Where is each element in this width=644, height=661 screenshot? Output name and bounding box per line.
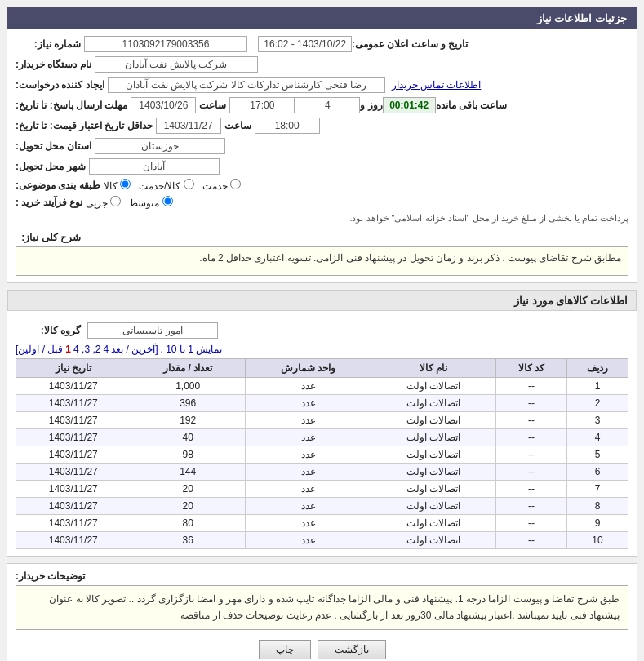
table-row: 6 -- اتصالات اولت عدد 144 1403/11/27 xyxy=(16,464,628,481)
creator-label: ایجاد کننده درخواست: xyxy=(16,79,104,91)
purchase-option-motavas[interactable]: متوسط xyxy=(129,196,172,209)
cell-row: 10 xyxy=(567,532,628,549)
cell-code: -- xyxy=(495,429,566,446)
datetime-value: 1403/10/22 - 16:02 xyxy=(258,36,352,52)
validity-time-value: 18:00 xyxy=(255,118,320,134)
cell-row: 1 xyxy=(567,378,628,395)
cell-date: 1403/11/27 xyxy=(16,464,131,481)
table-row: 1 -- اتصالات اولت عدد 1,000 1403/11/27 xyxy=(16,378,628,395)
purchase-option-jozi[interactable]: جزیی xyxy=(86,196,121,209)
buyer-notes-label: توضیحات خریدار: xyxy=(16,570,85,582)
cell-name: اتصالات اولت xyxy=(371,481,496,498)
print-button[interactable]: چاپ xyxy=(259,640,311,659)
group-label: گروه کالا: xyxy=(16,325,81,336)
cell-name: اتصالات اولت xyxy=(371,515,496,532)
cell-date: 1403/11/27 xyxy=(16,481,131,498)
cell-row: 7 xyxy=(567,481,628,498)
cell-code: -- xyxy=(495,378,566,395)
pagination-first[interactable]: قبل / اولین] xyxy=(16,344,63,355)
cell-unit: عدد xyxy=(245,395,371,412)
purchase-type-label: نوع فرآیند خرید : xyxy=(16,197,82,208)
cell-code: -- xyxy=(495,412,566,429)
panel-title: جزئیات اطلاعات نیاز xyxy=(7,7,637,29)
cell-row: 2 xyxy=(567,395,628,412)
validity-label: حداقل تاریخ اعتبار قیمت: تا تاریخ: xyxy=(16,120,153,131)
pagination-4[interactable]: 4 xyxy=(103,344,109,355)
category-option-kala-khadamat[interactable]: کالا/خدمت xyxy=(139,179,194,192)
cell-unit: عدد xyxy=(245,532,371,549)
cell-code: -- xyxy=(495,515,566,532)
cell-qty: 192 xyxy=(131,412,245,429)
category-label: طبقه بندی موضوعی: xyxy=(16,180,100,191)
pagination-234[interactable]: 2, 3, 4 xyxy=(73,344,100,355)
city-value: آبادان xyxy=(89,158,220,175)
cell-row: 5 xyxy=(567,446,628,464)
cell-name: اتصالات اولت xyxy=(371,378,496,395)
cell-row: 6 xyxy=(567,464,628,481)
cell-qty: 1,000 xyxy=(131,378,245,395)
cell-name: اتصالات اولت xyxy=(371,498,496,515)
table-row: 3 -- اتصالات اولت عدد 192 1403/11/27 xyxy=(16,412,628,429)
col-row: ردیف xyxy=(567,359,628,378)
goods-section-title: اطلاعات کالاهای مورد نیاز xyxy=(7,291,637,311)
purchase-type-radio-group: متوسط جزیی xyxy=(86,196,173,209)
province-value: خوزستان xyxy=(95,138,225,154)
table-row: 8 -- اتصالات اولت عدد 20 1403/11/27 xyxy=(16,498,628,515)
table-row: 5 -- اتصالات اولت عدد 98 1403/11/27 xyxy=(16,446,628,464)
cell-code: -- xyxy=(495,446,566,464)
cell-row: 9 xyxy=(567,515,628,532)
category-option-kala[interactable]: کالا xyxy=(104,179,131,192)
cell-date: 1403/11/27 xyxy=(16,395,131,412)
pagination-prefix: نمایش 1 تا 10 . xyxy=(160,344,222,355)
cell-qty: 98 xyxy=(131,446,245,464)
cell-date: 1403/11/27 xyxy=(16,515,131,532)
cell-unit: عدد xyxy=(245,429,371,446)
cell-date: 1403/11/27 xyxy=(16,498,131,515)
validity-date-value: 1403/11/27 xyxy=(156,118,221,134)
table-row: 4 -- اتصالات اولت عدد 40 1403/11/27 xyxy=(16,429,628,446)
cell-row: 4 xyxy=(567,429,628,446)
cell-unit: عدد xyxy=(245,481,371,498)
pagination-1[interactable]: 1 xyxy=(65,344,71,355)
response-days-value: 4 xyxy=(295,97,360,113)
cell-date: 1403/11/27 xyxy=(16,446,131,464)
response-hours-value: 00:01:42 xyxy=(383,97,436,113)
cell-date: 1403/11/27 xyxy=(16,429,131,446)
cell-qty: 20 xyxy=(131,481,245,498)
cell-qty: 144 xyxy=(131,464,245,481)
cell-date: 1403/11/27 xyxy=(16,378,131,395)
pagination-last[interactable]: [آخرین / بعد xyxy=(111,344,158,355)
cell-row: 8 xyxy=(567,498,628,515)
col-qty: تعداد / مقدار xyxy=(131,359,245,378)
back-button[interactable]: بازگشت xyxy=(318,640,386,659)
goods-table: ردیف کد کالا نام کالا واحد شمارش تعداد /… xyxy=(16,358,628,549)
category-option-khadamat[interactable]: خدمت xyxy=(202,179,241,192)
table-row: 7 -- اتصالات اولت عدد 20 1403/11/27 xyxy=(16,481,628,498)
col-unit: واحد شمارش xyxy=(245,359,371,378)
cell-row: 3 xyxy=(567,412,628,429)
cell-unit: عدد xyxy=(245,515,371,532)
cell-name: اتصالات اولت xyxy=(371,446,496,464)
creator-value: رضا فتحی کارشناس تدارکات کالا شرکت پالای… xyxy=(108,77,385,93)
cell-unit: عدد xyxy=(245,446,371,464)
cell-code: -- xyxy=(495,498,566,515)
cell-name: اتصالات اولت xyxy=(371,532,496,549)
category-radio-group: خدمت کالا/خدمت کالا xyxy=(104,179,241,192)
cell-code: -- xyxy=(495,481,566,498)
request-number-value: 1103092179003356 xyxy=(84,36,247,52)
cell-qty: 36 xyxy=(131,532,245,549)
contact-link[interactable]: اطلاعات تماس خریدار xyxy=(392,79,482,91)
buyer-value: شرکت پالایش نفت آبادان xyxy=(95,56,258,73)
datetime-label: تاریخ و ساعت اعلان عمومی: xyxy=(352,38,468,50)
table-row: 9 -- اتصالات اولت عدد 80 1403/11/27 xyxy=(16,515,628,532)
payment-note: پرداخت تمام یا بخشی از مبلغ خرید از محل … xyxy=(349,213,628,224)
table-row: 2 -- اتصالات اولت عدد 396 1403/11/27 xyxy=(16,395,628,412)
cell-date: 1403/11/27 xyxy=(16,532,131,549)
buyer-notes-text: طبق شرح تقاضا و پیوست الزاما درجه 1. پیش… xyxy=(16,585,628,630)
cell-name: اتصالات اولت xyxy=(371,412,496,429)
pagination-row: نمایش 1 تا 10 . [آخرین / بعد 4 2, 3, 4 1… xyxy=(16,344,628,355)
response-hours-label: ساعت باقی مانده xyxy=(436,100,508,111)
cell-qty: 396 xyxy=(131,395,245,412)
cell-name: اتصالات اولت xyxy=(371,395,496,412)
cell-code: -- xyxy=(495,464,566,481)
